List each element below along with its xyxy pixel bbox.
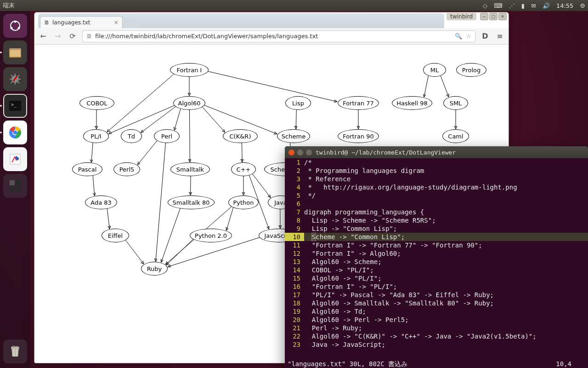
graph-node-cpp: C++ [231,162,256,176]
graph-node-pli: PL/I [83,129,109,143]
svg-point-1 [14,21,17,23]
svg-point-2 [11,27,13,29]
terminal-line: 6 [285,200,588,208]
mail-icon[interactable]: ✉ [531,2,536,9]
svg-line-38 [242,143,242,162]
url-text: file:///home/twinbird/lab/chromeExt/DotL… [95,33,318,40]
graph-node-fortran77: Fortran 77 [338,96,379,110]
terminal-line: 23 Java -> JavaScript; [285,340,588,349]
terminal-line: 9 Lisp -> "Common Lisp"; [285,224,588,233]
terminal-line: 17 "PL/I" -> Pascal -> "Ada 83" -> Eiffe… [285,291,588,299]
graph-node-fortran90: Fortran 90 [338,129,379,143]
terminal-line: 10 Scheme -> "Common Lisp"; [285,233,588,241]
session-icon[interactable]: ⚙ [580,2,585,9]
text-editor-icon[interactable] [3,147,27,171]
address-bar[interactable]: 🗎 file:///home/twinbird/lab/chromeExt/Do… [82,30,475,42]
maximize-button[interactable]: ▢ [489,13,498,20]
graph-node-caml: Caml [442,129,469,143]
svg-rect-16 [16,180,21,185]
dropbox-icon[interactable]: ◇ [483,2,487,9]
terminal-close-button[interactable] [288,150,294,155]
svg-point-3 [18,27,20,29]
window-title: twinbird [447,13,476,20]
graph-node-python: Python [228,196,259,209]
graph-node-haskell98: Haskell 98 [392,96,432,110]
terminal-maximize-button[interactable] [306,150,312,155]
dash-icon[interactable] [3,14,27,38]
svg-line-41 [191,176,191,195]
graph-node-ruby: Ruby [141,262,168,276]
new-tab-button[interactable] [125,19,137,28]
graph-node-lisp: Lisp [285,96,311,110]
graph-node-python20: Python 2.0 [190,229,232,242]
terminal-line: 16 "Fortran I" -> "PL/I"; [285,282,588,291]
zoom-icon[interactable]: 🔍 [455,33,462,40]
wifi-icon[interactable]: ⋰ [509,2,515,9]
terminal-window: twinbird@ ~/lab/chromeExt/DotLangViewer … [285,146,588,368]
svg-line-25 [141,106,176,132]
close-button[interactable]: ✕ [498,13,507,20]
workspace-switcher-icon[interactable] [3,174,27,198]
svg-line-45 [107,208,109,229]
svg-text:>_: >_ [11,102,17,108]
terminal-line: 8 Lisp -> Scheme -> "Scheme R5RS"; [285,216,588,224]
svg-line-29 [189,109,190,162]
file-icon: 🗎 [44,19,50,26]
terminal-body[interactable]: 1/*2 * Programming languages digram3 * R… [285,158,588,368]
battery-icon[interactable]: ▮ [521,2,525,9]
svg-line-40 [93,175,95,196]
browser-toolbar: ← → ⟳ 🗎 file:///home/twinbird/lab/chrome… [34,28,509,45]
extension-button[interactable]: D [480,31,490,41]
tab-languages[interactable]: 🗎 languages.txt ✕ [40,16,123,28]
terminal-icon[interactable]: >_ [3,94,27,118]
back-button[interactable]: ← [38,31,48,41]
unity-launcher: >_ [0,11,30,368]
menubar: 端末 ◇ ⌨ ⋰ ▮ ✉ 🔊 14:55 ⚙ [0,0,588,11]
graph-node-pascal: Pascal [72,162,102,176]
graph-node-prolog: Prolog [456,63,486,77]
terminal-line: 11 "Fortran I" -> "Fortran 77" -> "Fortr… [285,241,588,249]
svg-rect-18 [16,186,21,191]
chrome-icon[interactable] [3,121,27,144]
svg-line-21 [207,71,337,102]
window-controls: twinbird — ▢ ✕ [447,13,507,20]
tab-title: languages.txt [52,19,90,26]
clock[interactable]: 14:55 [556,2,573,9]
svg-line-30 [296,109,296,129]
files-icon[interactable] [3,40,27,64]
graph-node-perl: Perl [154,129,180,143]
svg-line-36 [137,140,157,165]
svg-line-50 [125,240,144,264]
svg-line-27 [202,107,225,132]
graph-node-td: Td [121,129,142,143]
menu-button[interactable]: ≡ [495,31,505,41]
terminal-line: 14 COBOL -> "PL/I"; [285,266,588,274]
terminal-titlebar[interactable]: twinbird@ ~/lab/chromeExt/DotLangViewer [285,146,588,158]
active-app-title[interactable]: 端末 [3,1,15,10]
svg-line-37 [156,143,166,261]
svg-rect-17 [10,186,15,191]
terminal-line: 7digraph programming_languages { [285,208,588,216]
vim-status-line: "languages.txt" 30L, 802C 書込み 10,4 [285,360,588,368]
trash-icon[interactable] [3,339,27,363]
terminal-line: 5 */ [285,191,588,200]
graph-node-sml: SML [443,96,468,110]
forward-button[interactable]: → [53,31,63,41]
keyboard-icon[interactable]: ⌨ [494,2,503,9]
terminal-title: twinbird@ ~/lab/chromeExt/DotLangViewer [316,149,456,156]
svg-line-47 [226,207,233,230]
graph-node-cobol: COBOL [79,96,114,110]
minimize-button[interactable]: — [480,13,488,20]
reload-button[interactable]: ⟳ [68,31,78,41]
terminal-minimize-button[interactable] [297,150,303,155]
terminal-line: 15 Algol60 -> "PL/I"; [285,274,588,282]
tab-close-icon[interactable]: ✕ [114,19,119,26]
graph-node-eiffel: Eiffel [102,229,129,242]
bookmark-icon[interactable]: ☆ [466,33,471,40]
terminal-line: 18 Algol60 -> Smalltalk -> "Smalltalk 80… [285,299,588,307]
volume-icon[interactable]: 🔊 [543,2,550,9]
terminal-line: 4 * http://rigaux.org/language-study/dia… [285,183,588,191]
terminal-line: 1/* [285,158,588,167]
settings-icon[interactable] [3,67,27,91]
page-icon: 🗎 [86,33,92,40]
